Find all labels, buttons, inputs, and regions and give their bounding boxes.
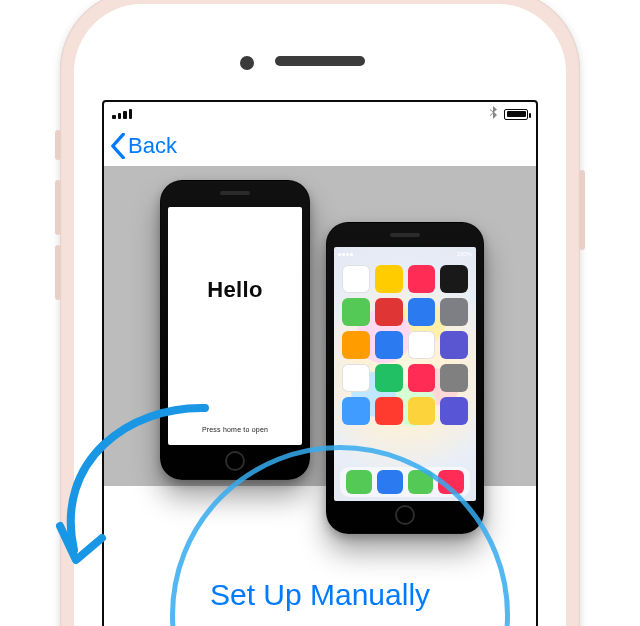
app-icon <box>375 298 403 326</box>
app-icon <box>342 298 370 326</box>
app-icon <box>375 265 403 293</box>
app-icon <box>408 331 436 359</box>
mute-switch <box>55 130 61 160</box>
hello-text: Hello <box>207 277 262 303</box>
power-button <box>579 170 585 250</box>
app-icon <box>408 265 436 293</box>
setup-link-area: Set Up Manually <box>104 486 536 612</box>
front-camera <box>240 56 254 70</box>
status-bar <box>104 102 536 126</box>
battery-icon <box>504 109 528 120</box>
app-icon <box>342 265 370 293</box>
screen: Back Hello Press home to open <box>102 100 538 626</box>
app-icon <box>408 397 436 425</box>
volume-up <box>55 180 61 235</box>
app-icon <box>408 364 436 392</box>
app-grid <box>342 265 468 465</box>
content-area: Hello Press home to open 100% <box>104 166 536 626</box>
app-icon <box>375 364 403 392</box>
press-home-text: Press home to open <box>202 426 268 433</box>
status-right <box>489 106 528 123</box>
nav-bar: Back <box>104 126 536 166</box>
app-icon <box>440 397 468 425</box>
device-frame: Back Hello Press home to open <box>60 0 580 626</box>
hero-phone-hello: Hello Press home to open <box>160 180 310 480</box>
app-icon <box>375 331 403 359</box>
chevron-left-icon <box>110 133 126 159</box>
back-label: Back <box>128 133 177 159</box>
app-icon <box>342 397 370 425</box>
device-bezel: Back Hello Press home to open <box>74 4 566 626</box>
app-icon <box>342 364 370 392</box>
setup-manually-link[interactable]: Set Up Manually <box>210 578 430 612</box>
app-icon <box>408 298 436 326</box>
app-icon <box>342 331 370 359</box>
hero-image: Hello Press home to open 100% <box>104 166 536 486</box>
app-icon <box>440 331 468 359</box>
volume-down <box>55 245 61 300</box>
earpiece <box>275 56 365 66</box>
app-icon <box>440 298 468 326</box>
back-button[interactable]: Back <box>110 133 177 159</box>
bluetooth-icon <box>489 106 498 123</box>
home-button-icon <box>225 451 245 471</box>
app-icon <box>440 265 468 293</box>
signal-icon <box>112 109 132 119</box>
app-icon <box>375 397 403 425</box>
app-icon <box>440 364 468 392</box>
